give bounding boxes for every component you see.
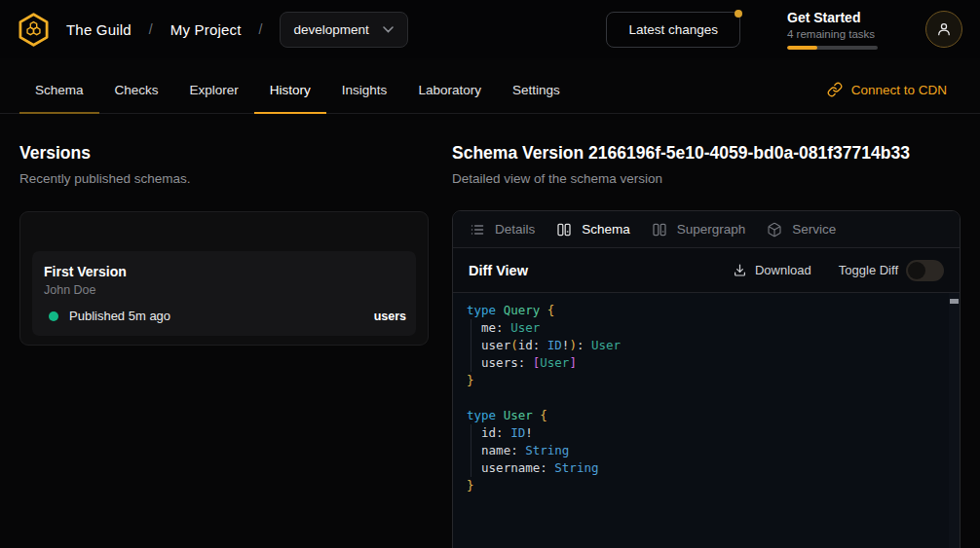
schema-sdl-code[interactable]: type Query { me: User user(id: ID!): Use… [453, 293, 960, 503]
version-status: Published 5m ago [69, 309, 170, 323]
download-label: Download [755, 263, 811, 277]
nav-tab-insights[interactable]: Insights [326, 66, 403, 113]
panel-tab-service[interactable]: Service [756, 211, 847, 247]
download-icon [733, 263, 747, 277]
breadcrumb-org[interactable]: The Guild [66, 21, 132, 38]
download-button[interactable]: Download [733, 263, 811, 277]
connect-to-cdn-label: Connect to CDN [851, 83, 947, 97]
version-author: John Doe [44, 283, 406, 297]
diff-toolbar: Diff View Download Toggle Diff [453, 248, 960, 293]
connect-to-cdn-link[interactable]: Connect to CDN [827, 82, 947, 97]
versions-column: Versions Recently published schemas. Fir… [19, 143, 429, 548]
schema-version-panel: Details Schema Supergr [452, 210, 961, 548]
schema-version-title: Schema Version 2166196f-5e10-4059-bd0a-0… [452, 143, 961, 164]
nav-tab-history[interactable]: History [254, 66, 326, 113]
link-icon [827, 82, 843, 97]
environment-select[interactable]: development [280, 12, 407, 48]
chevron-down-icon [383, 26, 394, 33]
nav-tab-settings[interactable]: Settings [497, 66, 576, 113]
box-icon [767, 222, 782, 237]
latest-changes-button[interactable]: Latest changes [606, 12, 740, 48]
toggle-knob [908, 262, 925, 279]
versions-title: Versions [19, 143, 429, 164]
version-list-item[interactable]: First Version John Doe Published 5m ago … [32, 251, 416, 336]
app-header: The Guild / My Project / development Lat… [0, 0, 980, 58]
main-content: Versions Recently published schemas. Fir… [0, 114, 980, 548]
hive-logo-icon[interactable] [16, 12, 52, 48]
versions-subtitle: Recently published schemas. [19, 171, 429, 186]
schema-version-subtitle: Detailed view of the schema version [452, 171, 961, 186]
panel-tab-schema[interactable]: Schema [546, 211, 641, 247]
code-scrollbar[interactable] [949, 293, 960, 548]
get-started-title: Get Started [787, 10, 878, 25]
latest-changes-label: Latest changes [628, 22, 718, 37]
user-avatar[interactable] [925, 11, 962, 48]
list-icon [470, 222, 485, 237]
nav-tab-checks[interactable]: Checks [99, 66, 174, 113]
get-started-progress [787, 46, 878, 50]
code-scrollbar-thumb[interactable] [950, 299, 959, 304]
version-detail-column: Schema Version 2166196f-5e10-4059-bd0a-0… [452, 143, 961, 548]
breadcrumb-separator-2: / [259, 21, 263, 37]
nav-tab-explorer[interactable]: Explorer [174, 66, 254, 113]
breadcrumb-project[interactable]: My Project [170, 21, 242, 38]
get-started-subtitle: 4 remaining tasks [787, 27, 878, 41]
nav-tab-laboratory[interactable]: Laboratory [402, 66, 497, 113]
breadcrumb-separator: / [149, 21, 153, 37]
version-name: First Version [44, 264, 406, 279]
versions-list: First Version John Doe Published 5m ago … [19, 211, 429, 346]
panel-tab-supergraph[interactable]: Supergraph [641, 211, 757, 247]
get-started-widget[interactable]: Get Started 4 remaining tasks [787, 10, 878, 50]
columns-icon [556, 222, 572, 237]
panel-tabs: Details Schema Supergr [453, 211, 960, 248]
notification-dot [735, 10, 742, 18]
nav-tab-schema[interactable]: Schema [19, 66, 99, 113]
toggle-diff-label: Toggle Diff [839, 263, 898, 277]
breadcrumb: The Guild / My Project / [66, 21, 262, 38]
diff-view-title: Diff View [469, 263, 528, 278]
published-status-dot [49, 311, 58, 321]
person-icon [935, 20, 953, 38]
main-nav: Schema Checks Explorer History Insights … [0, 58, 980, 114]
environment-select-value: development [293, 22, 368, 37]
columns-icon [652, 222, 667, 237]
code-block: type Query { me: User user(id: ID!): Use… [453, 293, 960, 548]
panel-tab-details[interactable]: Details [459, 211, 546, 247]
toggle-diff-switch[interactable] [906, 260, 944, 281]
version-service-badge: users [374, 310, 406, 323]
